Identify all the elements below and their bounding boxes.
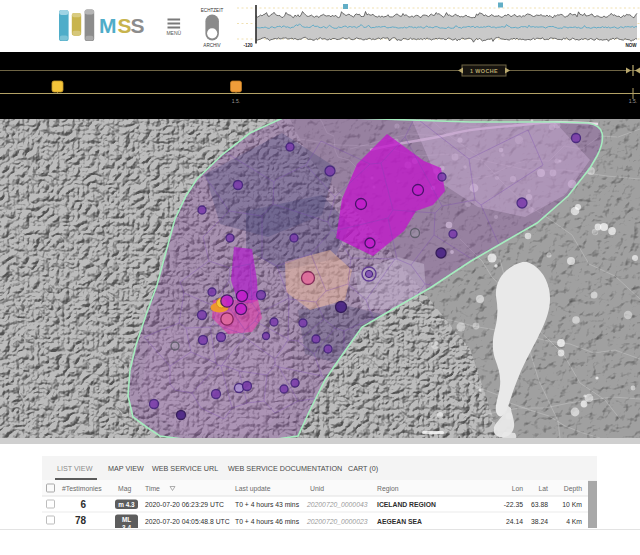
svg-text:NOW: NOW	[625, 43, 637, 48]
svg-text:20200720_0000023: 20200720_0000023	[306, 518, 368, 525]
svg-text:1 WOCHE: 1 WOCHE	[470, 68, 498, 74]
svg-text:-22.35: -22.35	[504, 501, 523, 508]
svg-text:63.88: 63.88	[531, 501, 548, 508]
svg-text:4 Km: 4 Km	[566, 518, 582, 525]
svg-text:78: 78	[75, 515, 87, 526]
svg-text:#Testimonies: #Testimonies	[62, 485, 102, 492]
svg-text:ECHTZEIT: ECHTZEIT	[201, 8, 224, 13]
svg-text:Lat: Lat	[539, 485, 549, 492]
svg-text:T0 + 4 hours 46 mins: T0 + 4 hours 46 mins	[235, 518, 300, 525]
svg-text:M: M	[99, 14, 117, 37]
svg-text:S: S	[131, 14, 145, 37]
svg-text:1.5.: 1.5.	[629, 98, 637, 104]
svg-text:-120: -120	[243, 43, 253, 48]
svg-text:3.4: 3.4	[122, 524, 131, 528]
svg-text:T0 + 4 hours 43 mins: T0 + 4 hours 43 mins	[235, 501, 300, 508]
svg-text:Region: Region	[377, 485, 399, 493]
svg-text:20200720_0000043: 20200720_0000043	[306, 501, 368, 508]
svg-text:Mag: Mag	[118, 485, 131, 493]
svg-text:Last update: Last update	[235, 485, 271, 493]
svg-text:ICELAND REGION: ICELAND REGION	[377, 501, 436, 508]
svg-text:Time: Time	[145, 485, 160, 492]
svg-text:Depth: Depth	[564, 485, 582, 493]
svg-text:10 Km: 10 Km	[562, 501, 582, 508]
svg-text:Lon: Lon	[512, 485, 524, 492]
svg-text:MENÜ: MENÜ	[166, 30, 181, 36]
svg-text:ML: ML	[122, 516, 131, 523]
svg-text:S: S	[118, 14, 132, 37]
svg-text:2020-07-20 04:05:48.8 UTC: 2020-07-20 04:05:48.8 UTC	[145, 518, 230, 525]
svg-text:m 4.3: m 4.3	[118, 501, 135, 508]
svg-text:AEGEAN SEA: AEGEAN SEA	[377, 518, 422, 525]
svg-text:6: 6	[80, 499, 86, 510]
svg-text:2020-07-20 06:23:29 UTC: 2020-07-20 06:23:29 UTC	[145, 501, 224, 508]
svg-text:ARCHIV: ARCHIV	[203, 43, 221, 48]
svg-text:Unid: Unid	[310, 485, 324, 492]
svg-text:38.24: 38.24	[531, 518, 548, 525]
svg-text:24.14: 24.14	[506, 518, 523, 525]
svg-text:1.5.: 1.5.	[232, 98, 240, 104]
